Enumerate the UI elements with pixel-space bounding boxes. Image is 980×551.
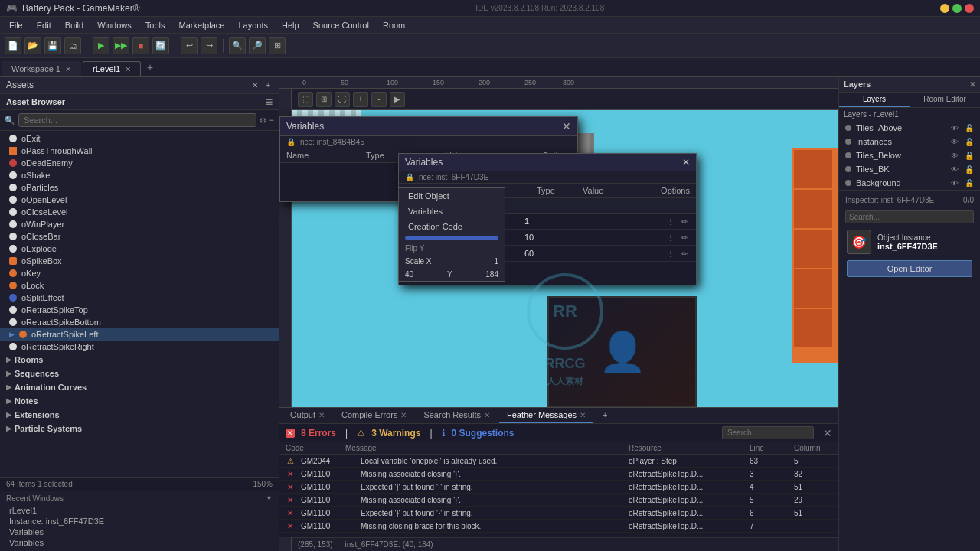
vars-outer-header[interactable]: Variables ✕ [280, 117, 577, 136]
ctx-variables[interactable]: Variables [399, 204, 505, 219]
save-button[interactable]: 💾 [44, 37, 61, 54]
output-tab-add[interactable]: + [595, 408, 615, 423]
asset-item-oopenlevel[interactable]: oOpenLevel [0, 194, 279, 206]
var-edit-mode[interactable]: ✏ [679, 216, 690, 227]
output-tab-search-close[interactable]: ✕ [484, 411, 490, 419]
recent-item-variables-2[interactable]: Variables [6, 537, 273, 548]
zoom-in-button[interactable]: 🔍 [229, 37, 246, 54]
asset-item-ocloselevel[interactable]: oCloseLevel [0, 206, 279, 218]
output-search-input[interactable] [722, 426, 814, 439]
out-row-2[interactable]: ✕ GM1100 Missing associated closing '}'.… [279, 468, 838, 481]
output-tab-output[interactable]: Output ✕ [283, 408, 332, 423]
menu-tools[interactable]: Tools [139, 19, 172, 31]
layer-item-background[interactable]: Background 👁 🔓 [839, 176, 980, 190]
menu-windows[interactable]: Windows [91, 19, 138, 31]
room-select-tool[interactable]: ⬚ [298, 92, 313, 107]
var-more-delay[interactable]: ⋮ [665, 232, 676, 243]
asset-item-opassthroughwall[interactable]: oPassThroughWall [0, 145, 279, 157]
group-rooms[interactable]: ▶ Rooms [0, 353, 279, 367]
asset-item-oretrackspikeleft[interactable]: ▶ oRetractSpikeLeft [0, 328, 279, 341]
vars-inner-header[interactable]: Variables ✕ [399, 154, 696, 171]
group-sequences[interactable]: ▶ Sequences [0, 367, 279, 380]
open-editor-button[interactable]: Open Editor [847, 260, 972, 277]
layer-eye-instances[interactable]: 👁 [951, 138, 959, 146]
layer-tab-layers[interactable]: Layers [839, 93, 910, 107]
var-more-mode[interactable]: ⋮ [665, 216, 676, 227]
room-zoom-out[interactable]: - [371, 92, 387, 107]
var-more-interval[interactable]: ⋮ [665, 248, 676, 259]
asset-item-okey[interactable]: oKey [0, 267, 279, 279]
layer-eye-tiles-above[interactable]: 👁 [951, 124, 959, 132]
output-tab-compile-close[interactable]: ✕ [400, 411, 407, 419]
asset-item-ospikebox[interactable]: oSpikeBox [0, 255, 279, 267]
open-button[interactable]: 📂 [24, 37, 41, 54]
menu-edit[interactable]: Edit [31, 19, 57, 31]
menu-source-control[interactable]: Source Control [307, 19, 375, 31]
layer-tab-room-editor[interactable]: Room Editor [910, 93, 980, 107]
tab-rlevel1-close[interactable]: ✕ [125, 65, 131, 73]
sort-icon[interactable]: ≡ [270, 116, 274, 125]
group-notes[interactable]: ▶ Notes [0, 394, 279, 408]
menu-help[interactable]: Help [276, 19, 305, 31]
vars-inner-close[interactable]: ✕ [682, 157, 690, 168]
output-tab-output-close[interactable]: ✕ [318, 411, 325, 419]
layer-lock-instances[interactable]: 🔓 [965, 138, 974, 146]
asset-add-button[interactable]: + [263, 80, 273, 90]
filter-icon[interactable]: ⚙ [260, 116, 266, 125]
zoom-out-button[interactable]: 🔎 [249, 37, 266, 54]
run-button[interactable]: ▶ [93, 37, 109, 54]
out-row-5[interactable]: ✕ GM1100 Expected '}' but found '}' in s… [279, 507, 838, 520]
group-extensions[interactable]: ▶ Extensions [0, 408, 279, 422]
asset-item-oclosebar[interactable]: oCloseBar [0, 230, 279, 243]
output-tab-search[interactable]: Search Results ✕ [416, 408, 498, 423]
tab-workspace1[interactable]: Workspace 1 ✕ [2, 61, 81, 76]
layer-item-tiles-below[interactable]: Tiles_Below 👁 🔓 [839, 148, 980, 162]
asset-item-oretrackspikebottom[interactable]: oRetractSpikeBottom [0, 316, 279, 328]
out-row-6[interactable]: ✕ GM1100 Missing closing brace for this … [279, 520, 838, 533]
menu-room[interactable]: Room [377, 19, 411, 31]
search-input[interactable] [18, 113, 256, 127]
layer-eye-background[interactable]: 👁 [951, 179, 959, 187]
output-tab-compile-errors[interactable]: Compile Errors ✕ [334, 408, 414, 423]
vars-outer-close[interactable]: ✕ [562, 120, 571, 132]
layer-item-tiles-bk[interactable]: Tiles_BK 👁 🔓 [839, 162, 980, 176]
asset-item-oretractspiketop[interactable]: oRetractSpikeTop [0, 304, 279, 316]
save-all-button[interactable]: 🗂 [64, 37, 81, 54]
output-close-button[interactable]: ✕ [823, 427, 832, 439]
inspector-search-input[interactable] [845, 210, 974, 223]
room-grid-button[interactable]: ⊞ [316, 92, 332, 107]
layer-item-tiles-above[interactable]: Tiles_Above 👁 🔓 [839, 121, 980, 135]
layer-lock-tiles-bk[interactable]: 🔓 [965, 165, 974, 174]
recent-item-instance[interactable]: Instance: inst_6FF47D3E [6, 516, 273, 527]
recent-item-rlevel1[interactable]: rLevel1 [6, 505, 273, 516]
new-button[interactable]: 📄 [5, 37, 21, 54]
asset-item-odeadenemy[interactable]: oDeadEnemy [0, 157, 279, 169]
undo-button[interactable]: ↩ [181, 37, 198, 54]
layer-lock-background[interactable]: 🔓 [965, 179, 974, 187]
group-animation-curves[interactable]: ▶ Animation Curves [0, 380, 279, 394]
grid-button[interactable]: ⊞ [269, 37, 286, 54]
layer-eye-tiles-bk[interactable]: 👁 [951, 165, 959, 174]
maximize-button[interactable] [952, 4, 962, 13]
close-button[interactable] [965, 4, 974, 13]
out-row-3[interactable]: ✕ GM1100 Expected '}' but found '}' in s… [279, 481, 838, 494]
group-particle-systems[interactable]: ▶ Particle Systems [0, 422, 279, 435]
tab-rlevel1[interactable]: rLevel1 ✕ [83, 61, 141, 76]
stop-button[interactable]: ■ [132, 37, 149, 54]
asset-browser-menu[interactable]: ☰ [266, 98, 273, 106]
tab-add-button[interactable]: + [141, 59, 159, 76]
menu-build[interactable]: Build [59, 19, 90, 31]
ctx-edit-object[interactable]: Edit Object [399, 188, 505, 204]
layer-lock-tiles-above[interactable]: 🔓 [965, 124, 974, 132]
layer-item-instances[interactable]: Instances 👁 🔓 [839, 135, 980, 148]
out-row-4[interactable]: ✕ GM1100 Missing associated closing '}'.… [279, 494, 838, 507]
out-row-1[interactable]: ⚠ GM2044 Local variable 'onepixel' is al… [279, 455, 838, 468]
menu-marketplace[interactable]: Marketplace [172, 19, 230, 31]
debug-button[interactable]: ▶▶ [113, 37, 129, 54]
room-play-preview[interactable]: ▶ [390, 92, 405, 107]
asset-item-owinplayer[interactable]: oWinPlayer [0, 218, 279, 230]
menu-file[interactable]: File [3, 19, 29, 31]
asset-close-button[interactable]: ✕ [250, 80, 260, 90]
recent-item-variables-1[interactable]: Variables [6, 527, 273, 537]
room-zoom-in[interactable]: + [353, 92, 368, 107]
